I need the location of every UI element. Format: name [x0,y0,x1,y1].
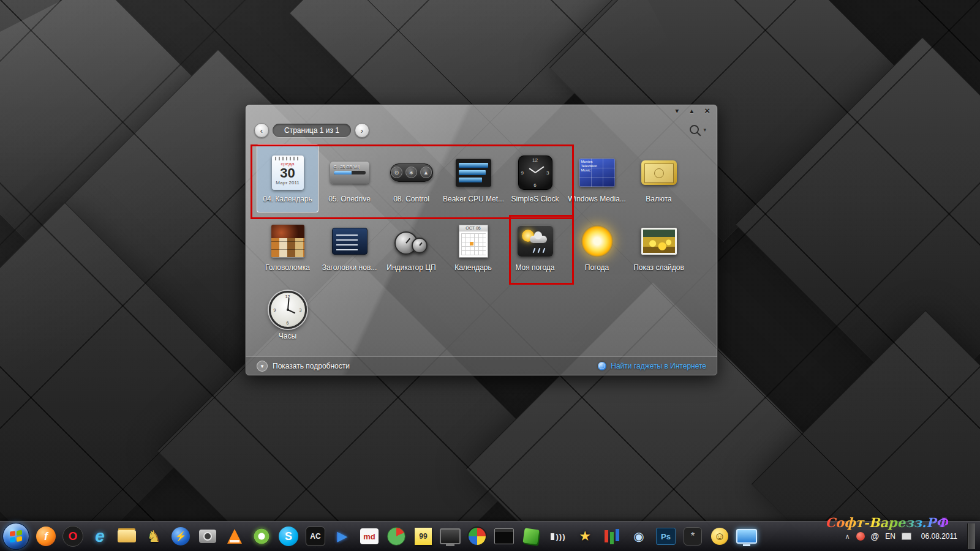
gadget-label: Погода [585,263,609,272]
analog-clock-icon: 12 3 6 9 [269,291,307,329]
gadget-label: Windows Media... [568,195,626,203]
equalizer-icon[interactable] [599,524,625,549]
aimp-icon[interactable]: AC [303,524,328,549]
firefox-icon[interactable]: f [33,524,59,549]
icq-flower-icon[interactable] [249,524,274,549]
next-page-button[interactable]: › [355,123,369,138]
puzzle-tiles-icon [271,225,304,258]
lightning-glyph: ⚡ [172,527,190,545]
photoshop-icon[interactable]: Ps [653,524,679,549]
darts-icon[interactable] [464,524,490,549]
mediaget-icon[interactable] [383,524,409,549]
eye-icon[interactable]: ◉ [626,524,652,549]
smiley-icon[interactable]: ☺ [707,524,733,549]
gadget-beaker-cpu[interactable]: Beaker CPU Met... [442,144,504,212]
desktop: ▾ ▴ × ‹ Страница 1 из 1 › ▾ среда 30 Мар… [0,0,980,551]
gadget-control[interactable]: ⊙ ∗ ▲ 08. Control [380,144,442,212]
gadget-cpu-indicator[interactable]: Индикатор ЦП [380,212,442,281]
gadget-label: Валюта [646,195,671,203]
internet-explorer-icon[interactable]: e [87,524,113,549]
taskbar-icons: fOe♞⚡SAC▶md99)))★◉Ps*☺ [33,524,760,549]
remote-desktop-icon[interactable] [734,524,760,549]
gadget-label: 05. Onedrive [328,195,371,203]
find-gadgets-online-link[interactable]: Найти гаджеты в Интернете [598,362,706,370]
gadget-label: Моя погода [515,263,554,272]
chess-gold-icon[interactable]: ♞ [141,524,167,549]
gadget-search[interactable]: ▾ [690,125,706,134]
gadget-currency[interactable]: Валюта [628,144,690,212]
search-options-caret-icon[interactable]: ▾ [703,127,706,133]
show-desktop-button[interactable] [967,523,975,549]
gadget-label: SimpleS Clock [511,195,559,203]
calendar-gadget-icon: среда 30 Март 2011 [272,156,304,190]
gadget-label: 04. Календарь [263,195,312,203]
sun-icon [581,225,613,257]
gadget-label: Головоломка [265,263,310,272]
speaker-waves-icon[interactable]: ))) [545,524,571,549]
chess-gold-glyph: ♞ [146,527,160,546]
gadget-gallery-window: ▾ ▴ × ‹ Страница 1 из 1 › ▾ среда 30 Мар… [245,104,718,376]
camera-gray-icon[interactable] [195,524,221,549]
drive-meter-icon: C : 28 GB Vrij [330,162,369,184]
start-button[interactable] [2,523,29,550]
console-icon[interactable] [491,524,517,549]
gadget-onedrive[interactable]: C : 28 GB Vrij 05. Onedrive [318,144,380,212]
media-monitor-icon[interactable] [437,524,463,549]
prev-page-button[interactable]: ‹ [254,123,269,138]
power-icon: ⊙ [391,167,402,178]
watermark-text: Софт-Варезз.РФ [825,515,948,530]
chevron-down-icon: ▾ [257,361,268,372]
window-caption-buttons: ▾ ▴ × [675,106,710,116]
gauges-icon [392,225,431,257]
photo-frame-icon [641,228,677,255]
smiley-glyph: ☺ [711,528,728,545]
gadget-calendar-04[interactable]: среда 30 Март 2011 04. Календарь [257,144,318,212]
hidden-icons-chevron-icon[interactable]: ∧ [845,533,850,541]
windows-flag-icon [10,530,22,542]
blue-arrow-icon[interactable]: ▶ [330,524,355,549]
gadget-grid: среда 30 Март 2011 04. Календарь C : 28 … [257,144,690,350]
show-details-toggle[interactable]: ▾ Показать подробности [257,361,350,372]
language-indicator[interactable]: EN [885,532,895,541]
photoshop-glyph: Ps [656,528,676,545]
media-center-tiles-icon: Movies Television Music [579,159,615,187]
globe-icon [598,362,606,370]
gadget-weather[interactable]: Погода [566,212,628,281]
month-calendar-icon: OCT 06 [459,225,488,258]
opera-glyph: O [62,526,83,547]
gadget-news-headlines[interactable]: Заголовки нов... [318,212,380,281]
search-icon [690,125,699,134]
keyboard-layout-icon[interactable] [902,533,911,540]
vlc-cone-icon[interactable] [222,524,247,549]
gadget-my-weather[interactable]: Моя погода [504,212,566,281]
internet-explorer-glyph: e [95,527,105,546]
gadget-puzzle[interactable]: Головоломка [257,212,318,281]
md-app-icon[interactable]: md [356,524,382,549]
maximize-icon[interactable]: ▴ [690,106,693,116]
gadget-windows-media[interactable]: Movies Television Music Windows Media... [566,144,628,212]
star-app-icon[interactable]: ★ [572,524,598,549]
notes-99-icon[interactable]: 99 [410,524,436,549]
skype-icon[interactable]: S [276,524,301,549]
banknote-icon [641,160,677,185]
gadget-calendar[interactable]: OCT 06 Календарь [442,212,504,281]
opera-icon[interactable]: O [60,524,86,549]
speaker-waves-glyph: ))) [556,532,566,541]
lightning-icon[interactable]: ⚡ [168,524,194,549]
gadget-label: Показ слайдов [633,263,684,272]
clock-date[interactable]: 06.08.2011 [918,532,961,541]
gadget-simples-clock[interactable]: 12 3 6 9 SimpleS Clock [504,144,566,212]
antivirus-tray-icon[interactable] [856,532,865,541]
gadget-slideshow[interactable]: Показ слайдов [628,212,690,281]
close-icon[interactable]: × [704,106,710,116]
minimize-icon[interactable]: ▾ [675,106,679,116]
green-cube-icon[interactable] [518,524,544,549]
page-navigation: ‹ Страница 1 из 1 › [254,123,369,138]
dark-tool-icon[interactable]: * [680,524,706,549]
mail-at-icon[interactable]: @ [871,531,880,541]
gadget-clock[interactable]: 12 3 6 9 Часы [257,281,318,350]
gadget-label: Часы [279,332,296,340]
dark-tool-glyph: * [684,527,702,545]
dark-clock-icon: 12 3 6 9 [518,156,552,190]
explorer-folder-icon[interactable] [114,524,140,549]
